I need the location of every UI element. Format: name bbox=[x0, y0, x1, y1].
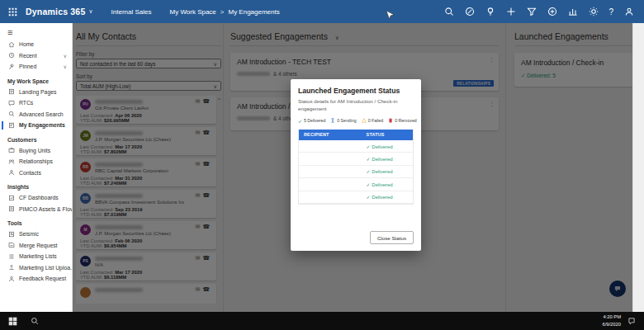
table-row: ✓ Delivered bbox=[299, 178, 413, 191]
row-status: Delivered bbox=[372, 182, 392, 187]
chevron-down-icon[interactable]: ∨ bbox=[64, 64, 67, 69]
table-row: ✓ Delivered bbox=[299, 191, 413, 204]
sidebar-item-label: CF Dashboards bbox=[19, 195, 59, 200]
search-icon bbox=[7, 111, 15, 118]
compose-icon[interactable] bbox=[464, 7, 475, 17]
sidebar-item-pimco-assets[interactable]: PIMCO Assets & Flows bbox=[0, 204, 72, 215]
recipient-column-header: RECIPIENT bbox=[304, 132, 367, 137]
close-status-button[interactable]: Close Status bbox=[370, 231, 414, 244]
sending-summary: 0 Sending bbox=[337, 118, 356, 123]
sidebar-section-tools: Tools bbox=[0, 214, 72, 229]
sidebar-item-label: Recent bbox=[19, 53, 37, 59]
sidebar-item-label: Merge Request bbox=[19, 243, 57, 248]
app-screen: Dynamics 365 ∨ Internal Sales My Work Sp… bbox=[0, 0, 644, 330]
settings-gear-icon[interactable] bbox=[588, 7, 599, 17]
row-status: Delivered bbox=[372, 157, 392, 162]
plus-icon[interactable] bbox=[505, 7, 516, 17]
taskbar-search-icon[interactable] bbox=[31, 317, 39, 325]
table-row: ✓ Delivered bbox=[299, 166, 413, 178]
sidebar-item-home[interactable]: Home bbox=[0, 39, 72, 50]
home-icon bbox=[7, 40, 15, 48]
taskbar-date: 6/9/2020 bbox=[602, 321, 621, 328]
chat-icon bbox=[7, 99, 15, 106]
failed-summary: 0 Failed bbox=[368, 118, 383, 123]
waffle-menu-icon[interactable] bbox=[8, 7, 17, 16]
sidebar-item-marketing-lists[interactable]: Marketing Lists bbox=[0, 251, 72, 262]
org-chart-icon[interactable] bbox=[567, 7, 578, 17]
table-row: ✓ Delivered bbox=[299, 140, 413, 153]
environment-name[interactable]: Internal Sales bbox=[111, 8, 152, 16]
pages-icon bbox=[7, 88, 15, 96]
sidebar-item-pinned[interactable]: Pinned ∨ bbox=[0, 61, 72, 73]
status-summary: ✓5 Delivered 0 Sending 0 Failed 0 Remove… bbox=[298, 118, 414, 124]
row-status: Delivered bbox=[372, 144, 392, 149]
account-icon[interactable] bbox=[623, 7, 634, 17]
row-status: Delivered bbox=[372, 169, 392, 174]
list-icon bbox=[7, 252, 15, 260]
merge-icon bbox=[7, 242, 15, 249]
hamburger-menu-icon[interactable]: ≡ bbox=[0, 23, 72, 39]
sidebar-item-my-engagements[interactable]: My Engagements bbox=[0, 120, 72, 131]
sidebar-item-label: PIMCO Assets & Flows bbox=[19, 206, 73, 212]
chevron-down-icon[interactable]: ∨ bbox=[64, 53, 67, 59]
page-scrollbar[interactable] bbox=[632, 23, 644, 312]
notification-icon[interactable] bbox=[627, 317, 636, 325]
dashboard-icon bbox=[7, 194, 15, 201]
sidebar-item-label: RTCs bbox=[19, 100, 33, 106]
search-icon[interactable] bbox=[443, 7, 454, 17]
filter-icon[interactable] bbox=[526, 7, 537, 17]
sidebar-item-feedback-request[interactable]: Feedback Request bbox=[0, 273, 72, 285]
breadcrumb-separator: > bbox=[220, 8, 225, 16]
add-circle-icon[interactable] bbox=[547, 7, 557, 17]
modal-title: Launched Engagement Status bbox=[298, 87, 414, 95]
sidebar-item-relationships[interactable]: Relationships bbox=[0, 156, 72, 167]
start-button-icon[interactable] bbox=[8, 317, 17, 326]
sidebar-item-recent[interactable]: Recent ∨ bbox=[0, 50, 72, 62]
lightbulb-icon[interactable] bbox=[485, 7, 495, 17]
failed-warning-icon bbox=[362, 118, 367, 123]
sidebar-section-insights: Insights bbox=[0, 178, 72, 192]
check-icon: ✓ bbox=[367, 169, 371, 174]
row-status: Delivered bbox=[372, 195, 392, 200]
person-icon bbox=[7, 169, 15, 177]
briefcase-icon bbox=[7, 147, 15, 154]
check-icon: ✓ bbox=[367, 144, 371, 149]
topbar-actions: ? bbox=[443, 7, 634, 17]
breadcrumb-workspace[interactable]: My Work Space bbox=[170, 8, 216, 16]
launched-engagement-status-modal: Launched Engagement Status Status detail… bbox=[291, 79, 421, 251]
removed-summary: 0 Removed bbox=[395, 118, 417, 123]
sidebar-item-label: Marketing Lists bbox=[19, 253, 57, 259]
sidebar-item-buying-units[interactable]: Buying Units bbox=[0, 145, 72, 157]
table-header: RECIPIENT STATUS bbox=[299, 130, 413, 140]
taskbar-clock[interactable]: 4:20 PM 6/9/2020 bbox=[602, 314, 621, 328]
pin-icon bbox=[7, 63, 15, 70]
sidebar-item-cf-dashboards[interactable]: CF Dashboards bbox=[0, 192, 72, 204]
check-icon: ✓ bbox=[367, 195, 371, 200]
sidebar-item-label: Home bbox=[19, 41, 34, 47]
feedback-icon bbox=[7, 275, 15, 282]
sidebar-section-customers: Customers bbox=[0, 131, 72, 145]
sidebar-item-merge-request[interactable]: Merge Request bbox=[0, 240, 72, 252]
sidebar-item-label: Buying Units bbox=[19, 148, 50, 153]
sidebar-item-label: My Engagements bbox=[19, 122, 65, 128]
sidebar-item-label: Relationships bbox=[19, 158, 53, 164]
taskbar-time: 4:20 PM bbox=[602, 314, 621, 321]
sidebar-item-marketing-list-upload[interactable]: Marketing List Uploa... bbox=[0, 262, 72, 274]
seismic-icon bbox=[7, 230, 15, 238]
left-sidebar: ≡ Home Recent ∨ Pinned ∨ My Work Space L… bbox=[0, 23, 73, 312]
app-chevron-icon[interactable]: ∨ bbox=[88, 8, 92, 15]
modal-subtitle: Status details for AM Introduction / Che… bbox=[298, 98, 407, 113]
recipient-status-table: RECIPIENT STATUS ✓ Delivered ✓ Delivered… bbox=[298, 130, 414, 205]
help-icon[interactable]: ? bbox=[608, 7, 613, 16]
sidebar-item-landing-pages[interactable]: Landing Pages bbox=[0, 87, 72, 98]
check-icon: ✓ bbox=[367, 157, 371, 162]
sidebar-item-seismic[interactable]: Seismic bbox=[0, 229, 72, 240]
check-icon: ✓ bbox=[367, 182, 371, 187]
main-content: All My Contacts Filter by Not contacted … bbox=[73, 23, 632, 312]
sidebar-item-rtcs[interactable]: RTCs bbox=[0, 97, 72, 109]
sidebar-item-contacts[interactable]: Contacts bbox=[0, 167, 72, 179]
breadcrumb-engagements[interactable]: My Engagements bbox=[228, 8, 279, 16]
app-title[interactable]: Dynamics 365 bbox=[26, 7, 85, 16]
table-row: ✓ Delivered bbox=[299, 153, 413, 165]
sidebar-item-advanced-search[interactable]: Advanced Search bbox=[0, 109, 72, 120]
